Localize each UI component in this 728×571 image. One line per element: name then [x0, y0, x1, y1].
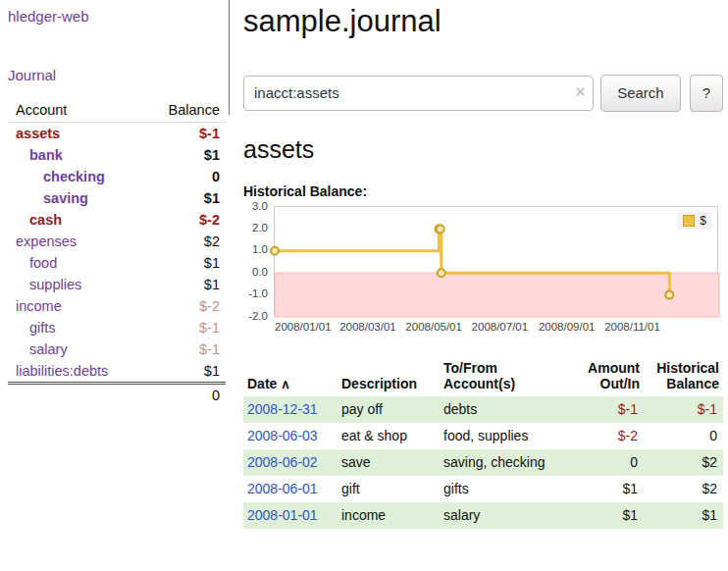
accounts-balance-table: Account Balance assets $-1 bank $1 check…: [8, 99, 226, 406]
accounts-total-value: 0: [146, 384, 226, 407]
y-tick-label: 1.0: [241, 243, 268, 255]
account-balance: $-1: [146, 123, 226, 145]
search-button[interactable]: Search: [600, 75, 681, 112]
account-link[interactable]: income: [16, 298, 62, 314]
help-button[interactable]: ?: [690, 75, 723, 112]
nav-journal-link[interactable]: Journal: [8, 67, 230, 83]
account-row: gifts $-1: [8, 317, 226, 338]
account-balance: $-1: [146, 338, 226, 360]
x-tick-label: 2008/11/01: [604, 321, 685, 333]
y-tick-label: -2.0: [241, 310, 268, 322]
account-link[interactable]: cash: [29, 212, 62, 228]
account-balance: $2: [146, 231, 226, 252]
transaction-date-link[interactable]: 2008-06-03: [247, 428, 318, 443]
account-link[interactable]: checking: [43, 169, 105, 184]
data-point-marker: [665, 290, 673, 298]
account-balance: $1: [146, 252, 226, 274]
transaction-date-link[interactable]: 2008-06-02: [247, 454, 318, 470]
sort-asc-icon: ∧: [281, 377, 290, 391]
transaction-accounts: gifts: [440, 476, 563, 502]
accounts-header-row: Account Balance: [8, 99, 226, 123]
account-link[interactable]: assets: [16, 126, 60, 141]
transaction-amount: 0: [563, 449, 644, 476]
data-point-marker: [271, 246, 279, 254]
account-row: checking 0: [8, 166, 226, 187]
y-tick-label: 3.0: [241, 200, 268, 212]
chart-y-axis: 3.02.01.00.0-1.0-2.0: [243, 206, 270, 316]
transaction-amount: $-1: [563, 396, 644, 423]
register-col-description: Description: [338, 358, 440, 396]
account-balance: $1: [146, 360, 226, 384]
data-point-marker: [438, 269, 445, 277]
negative-region: [275, 273, 719, 317]
transaction-row: 2008-06-01 gift gifts $1 $2: [243, 476, 723, 502]
transaction-description: eat & shop: [338, 423, 440, 449]
transaction-balance: $-1: [644, 396, 723, 423]
transaction-description: pay off: [338, 396, 440, 423]
x-tick-label: 2008/09/01: [539, 321, 603, 333]
y-tick-label: -1.0: [241, 287, 268, 299]
transaction-amount: $1: [563, 502, 644, 529]
account-balance: $-2: [146, 209, 226, 231]
data-point-marker: [437, 225, 444, 233]
x-tick-label: 2008/07/01: [472, 321, 537, 333]
transaction-date-link[interactable]: 2008-12-31: [247, 401, 318, 417]
account-row: supplies $1: [8, 274, 226, 295]
x-tick-label: 2008/05/01: [405, 321, 470, 333]
transaction-balance: 0: [644, 423, 723, 449]
transaction-amount: $-2: [563, 423, 644, 449]
search-bar: × Search ?: [243, 75, 723, 112]
account-link[interactable]: saving: [43, 190, 88, 206]
account-link[interactable]: expenses: [16, 234, 77, 249]
transaction-description: save: [338, 449, 440, 476]
account-row: liabilities:debts $1: [8, 360, 226, 384]
account-link[interactable]: salary: [29, 341, 68, 357]
main-content: sample.journal × Search ? assets Histori…: [243, 0, 723, 529]
register-col-date-sort[interactable]: Date∧: [243, 358, 338, 396]
account-row: income $-2: [8, 295, 226, 317]
account-balance: $1: [146, 144, 226, 166]
sidebar: hledger-web Journal Account Balance asse…: [0, 0, 230, 406]
account-row: bank $1: [8, 144, 226, 166]
account-balance: $1: [146, 274, 226, 295]
chart-x-axis: 2008/01/012008/03/012008/05/012008/07/01…: [275, 321, 719, 337]
transaction-date-link[interactable]: 2008-01-01: [247, 507, 318, 523]
legend-swatch-icon: [683, 215, 695, 227]
transaction-description: income: [338, 502, 440, 529]
accounts-total-row: 0: [8, 384, 226, 407]
account-balance: $1: [146, 187, 226, 209]
y-tick-label: 0.0: [241, 266, 268, 278]
transaction-balance: $2: [644, 449, 723, 476]
transaction-row: 2008-12-31 pay off debts $-1 $-1: [243, 396, 723, 423]
account-balance: $-2: [146, 295, 226, 317]
chart-plot-area: $: [274, 206, 718, 316]
account-link[interactable]: food: [29, 255, 57, 271]
account-row: expenses $2: [8, 231, 226, 252]
transaction-row: 2008-01-01 income salary $1 $1: [243, 502, 723, 529]
chart-legend: $: [677, 212, 712, 230]
account-link[interactable]: supplies: [29, 277, 81, 292]
account-link[interactable]: bank: [29, 147, 63, 163]
page-title: sample.journal: [243, 4, 723, 39]
register-header-row: Date∧ Description To/From Account(s) Amo…: [243, 358, 723, 396]
transaction-accounts: salary: [440, 502, 563, 529]
sidebar-divider: [229, 0, 230, 115]
chart-heading: Historical Balance:: [243, 183, 723, 199]
search-input[interactable]: [243, 76, 594, 111]
account-heading: assets: [243, 135, 723, 164]
legend-label: $: [700, 214, 706, 228]
transaction-accounts: debts: [440, 396, 563, 423]
account-link[interactable]: liabilities:debts: [16, 363, 108, 379]
accounts-col-account: Account: [8, 99, 146, 123]
historical-balance-chart: 3.02.01.00.0-1.0-2.0 $ 2008/01/012008/03…: [243, 205, 723, 340]
transaction-amount: $1: [563, 476, 644, 502]
account-link[interactable]: gifts: [29, 320, 56, 336]
brand-link[interactable]: hledger-web: [8, 8, 230, 25]
account-row: cash $-2: [8, 209, 226, 231]
transaction-row: 2008-06-03 eat & shop food, supplies $-2…: [243, 423, 723, 449]
account-row: salary $-1: [8, 338, 226, 360]
transaction-date-link[interactable]: 2008-06-01: [247, 481, 318, 496]
clear-search-icon[interactable]: ×: [576, 83, 585, 101]
register-col-balance: Historical Balance: [644, 358, 723, 396]
x-tick-label: 2008/01/01: [275, 321, 339, 333]
